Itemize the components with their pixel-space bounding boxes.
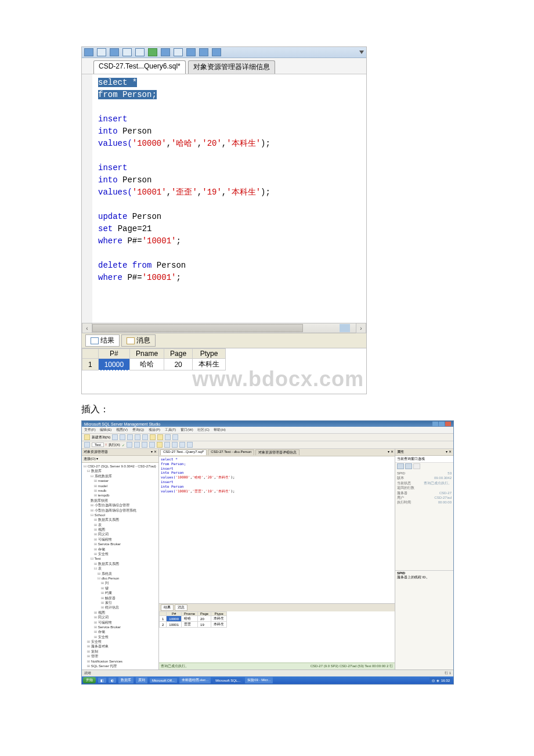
windows-taskbar[interactable]: 开始 ◧ ◐ 数据库 原则 Microsoft Off... 未标题绘图.doc…: [82, 676, 453, 684]
table-row[interactable]: 110000哈哈20本科生: [160, 616, 227, 622]
start-button[interactable]: 开始: [83, 677, 96, 683]
toolbar-icon[interactable]: [164, 442, 170, 448]
execute-icon[interactable]: [148, 48, 157, 56]
menu-project[interactable]: 项目(P): [149, 428, 160, 431]
tree-tables[interactable]: 表: [84, 566, 157, 571]
cell[interactable]: 本科生: [211, 616, 227, 622]
tree-dbo-person[interactable]: dbo.Person: [84, 576, 157, 581]
database-selector[interactable]: Test: [92, 442, 104, 447]
tree-item[interactable]: model: [84, 484, 157, 488]
toolbar-icon[interactable]: [134, 442, 140, 448]
scroll-left-icon[interactable]: ‹: [82, 323, 92, 333]
tree-server[interactable]: CSD-27 (SQL Server 9.0.3042 - CSD-27\ad): [84, 464, 157, 469]
taskbar-btn[interactable]: 原则: [136, 677, 147, 683]
tree-item[interactable]: 服务器对象: [84, 644, 157, 649]
taskbar-btn-active[interactable]: Microsoft SQL...: [213, 678, 243, 683]
col[interactable]: Ptype: [211, 612, 227, 616]
toolbar-icon[interactable]: [157, 434, 163, 440]
tab-query-file[interactable]: CSD-27.Test...Query6.sql*: [93, 60, 186, 74]
tab-table[interactable]: CSD-27.Test - dbo.Person: [208, 449, 254, 455]
toolbar-icon[interactable]: [135, 434, 140, 440]
tree-item[interactable]: 安全性: [84, 635, 157, 639]
tray-icon[interactable]: ◎: [432, 678, 435, 682]
results-tab[interactable]: 结果: [85, 334, 120, 347]
toolbar-icon[interactable]: [122, 48, 132, 56]
toolbar-icon[interactable]: [199, 48, 208, 56]
cell[interactable]: 哈哈: [130, 359, 164, 370]
prop-toolbar-icon[interactable]: [405, 463, 412, 469]
toolbar-icon[interactable]: [187, 442, 193, 448]
tree-item[interactable]: 管理: [84, 654, 157, 658]
table-row[interactable]: 210001歪歪19本科生: [160, 622, 227, 628]
tree-item[interactable]: 可编程性: [84, 537, 157, 542]
table-row[interactable]: 1 10000 哈哈 20 本科生: [82, 359, 226, 370]
tree-item[interactable]: 表: [84, 523, 157, 527]
tree-item[interactable]: 复制: [84, 649, 157, 654]
cell[interactable]: 本科生: [193, 359, 226, 370]
col-header[interactable]: P#: [98, 349, 129, 359]
tree-item[interactable]: 存储: [84, 629, 157, 634]
taskbar-btn[interactable]: 实验03 - Micr...: [245, 677, 273, 683]
tray-icon[interactable]: ◈: [436, 678, 439, 682]
close-icon[interactable]: [445, 422, 451, 426]
object-tree[interactable]: CSD-27 (SQL Server 9.0.3042 - CSD-27\ad)…: [82, 463, 158, 669]
menu-help[interactable]: 帮助(H): [214, 428, 225, 431]
tab-object-explorer-detail[interactable]: 对象资源管理器详细信息: [188, 60, 275, 74]
col[interactable]: P#: [167, 612, 182, 616]
menu-view[interactable]: 视图(V): [116, 428, 128, 431]
tree-item[interactable]: Notification Services: [84, 659, 157, 664]
menu-edit[interactable]: 编辑(E): [100, 428, 111, 431]
toolbar-icon[interactable]: [179, 442, 185, 448]
tree-item[interactable]: 小型自选商场综合管理系统: [84, 508, 157, 513]
tree-item[interactable]: 存储: [84, 547, 157, 552]
new-query-icon[interactable]: [84, 434, 90, 440]
toolbar-icon[interactable]: [165, 434, 171, 440]
tree-item[interactable]: 触发器: [84, 596, 157, 600]
toolbar-icon[interactable]: [120, 434, 125, 440]
tree-item[interactable]: 列: [84, 581, 157, 585]
toolbar-icon[interactable]: [157, 442, 163, 448]
clock[interactable]: 16:32: [441, 679, 450, 682]
minimize-icon[interactable]: [432, 422, 438, 426]
messages-tab[interactable]: 消息: [175, 604, 187, 611]
tree-item[interactable]: 同义词: [84, 615, 157, 620]
toolbar-icon[interactable]: [84, 48, 93, 56]
tree-databases[interactable]: 数据库: [84, 469, 157, 473]
sql-editor-thumb[interactable]: select * from Person; insert into Person…: [159, 456, 395, 603]
menu-window[interactable]: 窗口(W): [181, 428, 193, 431]
quicklaunch-icon[interactable]: ◧: [98, 678, 106, 683]
cell[interactable]: 20: [164, 359, 193, 370]
toolbar-icon[interactable]: [110, 48, 119, 56]
cell[interactable]: 20: [198, 616, 211, 622]
messages-tab[interactable]: 消息: [121, 334, 156, 347]
quicklaunch-icon[interactable]: ◐: [109, 678, 116, 683]
toolbar-icon[interactable]: [142, 442, 147, 448]
cell[interactable]: 哈哈: [182, 616, 198, 622]
toolbar-icon[interactable]: [135, 48, 145, 56]
system-tray[interactable]: ◎ ◈ 16:32: [430, 678, 452, 683]
menu-file[interactable]: 文件(F): [84, 428, 96, 431]
tab-obj-detail[interactable]: 对象资源管理器详细信息: [255, 449, 300, 455]
col-header[interactable]: Page: [164, 349, 193, 359]
object-explorer[interactable]: 对象资源管理器▾ ✕ 连接(O) ▾ CSD-27 (SQL Server 9.…: [82, 449, 159, 669]
tree-item[interactable]: tempdb: [84, 493, 157, 498]
tree-item[interactable]: Service Broker: [84, 625, 157, 629]
col-header[interactable]: Ptype: [193, 349, 226, 359]
tree-item[interactable]: 键: [84, 586, 157, 591]
menu-tools[interactable]: 工具(T): [165, 428, 176, 431]
tree-item[interactable]: 同义词: [84, 532, 157, 537]
chevron-down-icon[interactable]: [359, 51, 364, 54]
connect-label[interactable]: 连接(O) ▾: [84, 456, 98, 462]
tree-item[interactable]: 数据库关系图: [84, 517, 157, 522]
toolbar-icon[interactable]: [112, 434, 118, 440]
tree-item[interactable]: 索引: [84, 600, 157, 605]
tree-item[interactable]: msdb: [84, 488, 157, 493]
toolbar-icon[interactable]: [174, 48, 183, 56]
tree-item[interactable]: 系统表: [84, 571, 157, 576]
tree-item[interactable]: 小型自选商场综合管理: [84, 503, 157, 507]
toolbar-icon[interactable]: [212, 48, 221, 56]
tree-item[interactable]: 视图: [84, 610, 157, 615]
cell[interactable]: 10001: [167, 622, 182, 628]
cell[interactable]: 10000: [98, 359, 129, 370]
toolbar-icon[interactable]: [127, 434, 133, 440]
